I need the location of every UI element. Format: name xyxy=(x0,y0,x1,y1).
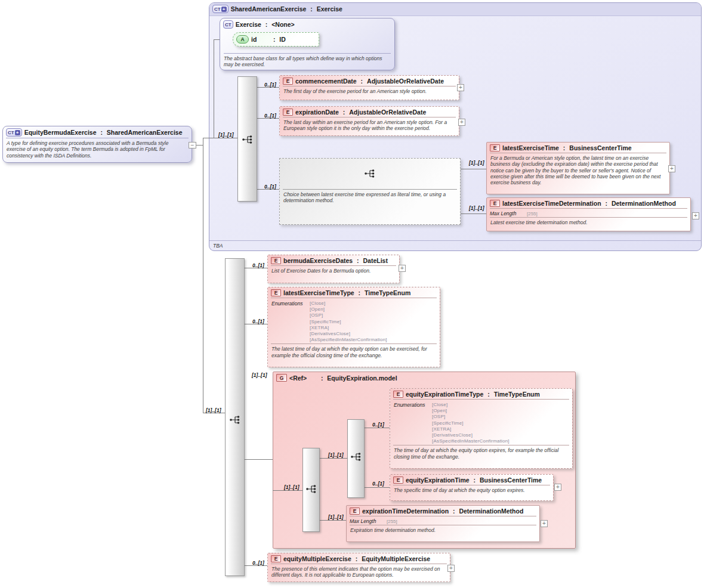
expand-icon[interactable]: + xyxy=(457,84,464,91)
divider xyxy=(271,564,447,564)
element-name: expirationDate xyxy=(295,109,339,116)
collapse-icon[interactable]: − xyxy=(189,142,196,148)
divider xyxy=(283,189,457,190)
element-latestExerciseTimeType[interactable]: E latestExerciseTimeType : TimeTypeEnum … xyxy=(267,287,440,367)
connector-line xyxy=(273,490,302,491)
expand-icon[interactable]: + xyxy=(692,212,699,219)
type-name: Exercise xyxy=(236,21,261,28)
element-latestExerciseTime[interactable]: E latestExerciseTime : BusinessCenterTim… xyxy=(486,142,670,194)
expand-icon[interactable]: + xyxy=(668,165,675,172)
colon: : xyxy=(486,391,491,398)
enum-value: [DerivativesClose] xyxy=(310,331,387,337)
attribute-type: ID xyxy=(279,36,286,43)
element-doc: For a Bermuda or American style option, … xyxy=(487,154,669,185)
enum-value: [DerivativesClose] xyxy=(432,432,510,438)
expand-icon[interactable]: + xyxy=(541,520,548,527)
element-title: E equityExpirationTime : BusinessCenterT… xyxy=(390,475,553,484)
connector-line xyxy=(203,138,237,138)
type-footer: TBA xyxy=(209,240,701,250)
element-equityExpirationTimeType[interactable]: E equityExpirationTimeType : TimeTypeEnu… xyxy=(390,388,573,469)
choice-icon-area xyxy=(280,159,460,188)
type-doc: A type for defining exercise procedures … xyxy=(3,140,192,159)
element-title: E commencementDate : AdjustableOrRelativ… xyxy=(280,76,459,85)
divider xyxy=(393,485,550,485)
choice-icon xyxy=(364,169,376,178)
element-doc: The time of day at which the equity opti… xyxy=(390,447,572,460)
element-commencementDate[interactable]: E commencementDate : AdjustableOrRelativ… xyxy=(279,75,459,100)
element-icon: E xyxy=(283,78,293,85)
element-doc: The latest time of day at which the equi… xyxy=(268,345,440,358)
enum-value: [Close] xyxy=(310,301,387,307)
facet-value: [255] xyxy=(527,211,538,216)
cardinality-label: [1]..[1] xyxy=(218,132,234,138)
element-type: BusinessCenterTime xyxy=(480,476,542,484)
element-expirationTimeDetermination[interactable]: E expirationTimeDetermination : Determin… xyxy=(346,505,540,542)
colon: : xyxy=(271,36,277,43)
connector-line xyxy=(461,169,486,169)
enum-value: [AsSpecifiedInMasterConfirmation] xyxy=(432,438,510,444)
cardinality-label: [1]..[1] xyxy=(206,407,221,413)
divider xyxy=(490,208,687,209)
type-title: CT+ SharedAmericanExercise : Exercise xyxy=(209,3,701,14)
element-type: BusinessCenterTime xyxy=(569,144,631,151)
element-icon: E xyxy=(490,200,500,207)
element-latestExerciseTimeDetermination[interactable]: E latestExerciseTimeDetermination : Dete… xyxy=(486,197,691,231)
connector-line xyxy=(365,428,390,428)
element-type: EquityMultipleExercise xyxy=(362,555,430,562)
element-title: E equityExpirationTimeType : TimeTypeEnu… xyxy=(390,389,572,398)
expand-icon[interactable]: + xyxy=(399,265,406,272)
complex-type-icon: CT+ xyxy=(212,5,229,13)
footer-text: TBA xyxy=(213,243,223,249)
element-type: DeterminationMethod xyxy=(612,200,676,207)
base-type-name: <None> xyxy=(271,21,295,28)
enum-value: [XETRA] xyxy=(310,325,387,331)
base-type-name: SharedAmericanExercise xyxy=(107,129,183,136)
colon: : xyxy=(264,21,269,28)
group-name: <Ref> xyxy=(289,375,317,382)
sequence-icon xyxy=(242,135,254,147)
schema-diagram: CT+ SharedAmericanExercise : Exercise TB… xyxy=(0,0,704,588)
divider xyxy=(393,445,569,445)
element-expirationDate[interactable]: E expirationDate : AdjustableOrRelativeD… xyxy=(279,106,459,136)
cardinality-label: [1]..[1] xyxy=(328,452,344,458)
expand-icon[interactable]: + xyxy=(447,565,455,572)
type-box-equityBermudaExercise[interactable]: CT+ EquityBermudaExercise : SharedAmeric… xyxy=(2,126,192,163)
type-doc: The abstract base class for all types wh… xyxy=(220,55,394,68)
enum-value: [OSP] xyxy=(432,414,510,420)
enumerations-row: Enumerations [Close][Open][OSP][Specific… xyxy=(390,401,572,444)
colon: : xyxy=(561,144,567,151)
colon: : xyxy=(604,200,609,207)
type-title: CT Exercise : <None> xyxy=(220,18,394,29)
element-equityExpirationTime[interactable]: E equityExpirationTime : BusinessCenterT… xyxy=(390,474,554,501)
cardinality-label: [1]..[1] xyxy=(284,484,299,490)
element-icon: E xyxy=(271,257,281,264)
enumerations-label: Enumerations xyxy=(394,402,432,444)
element-icon: E xyxy=(393,476,403,484)
element-icon: E xyxy=(393,391,403,398)
element-equityMultipleExercise[interactable]: E equityMultipleExercise : EquityMultipl… xyxy=(267,553,450,582)
element-type: TimeTypeEnum xyxy=(365,289,410,296)
enum-value: [Open] xyxy=(432,408,510,414)
divider xyxy=(224,53,391,54)
connector-line xyxy=(203,138,203,413)
colon: : xyxy=(98,129,104,136)
element-bermudaExerciseDates[interactable]: E bermudaExerciseDates : DateList List o… xyxy=(267,255,400,283)
attribute-id[interactable]: A id : ID xyxy=(233,32,319,47)
facet-label: Max Length xyxy=(490,211,527,216)
divider xyxy=(271,343,437,344)
element-name: latestExerciseTimeType xyxy=(283,289,354,296)
element-doc: Latest exercise time determination metho… xyxy=(487,219,690,225)
sequence-bar xyxy=(302,448,320,532)
facet-row: Max Length [255] xyxy=(487,210,690,216)
facet-value: [255] xyxy=(387,519,397,524)
expand-icon[interactable]: + xyxy=(554,484,561,491)
expand-icon[interactable]: + xyxy=(458,119,465,126)
derived-plus-icon: + xyxy=(221,7,227,12)
divider xyxy=(271,298,437,298)
cardinality-label: 0..[1] xyxy=(252,560,264,566)
cardinality-label: 0..[1] xyxy=(264,82,276,88)
colon: : xyxy=(354,555,359,562)
divider xyxy=(490,153,666,153)
attribute-title: A id : ID xyxy=(233,33,319,44)
enum-value: [Open] xyxy=(310,307,387,312)
